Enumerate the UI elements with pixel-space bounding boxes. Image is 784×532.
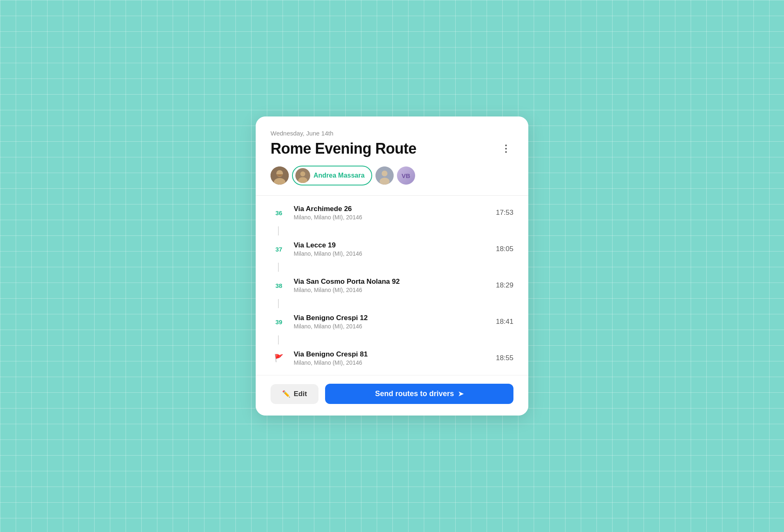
avatar[interactable]: [375, 166, 394, 185]
stop-address: Milano, Milano (MI), 20146: [294, 359, 489, 366]
more-dots-icon: [505, 145, 507, 153]
drivers-row: Andrea Massara VB: [271, 166, 513, 185]
send-arrow-icon: ➤: [458, 390, 463, 398]
avatar: [295, 168, 310, 183]
date-label: Wednesday, June 14th: [271, 130, 513, 137]
driver-avatar-3-icon: [375, 166, 394, 185]
stop-number: 37: [276, 246, 283, 252]
stop-details: Via Benigno Crespi 81 Milano, Milano (MI…: [287, 350, 496, 366]
edit-button[interactable]: ✏️ Edit: [271, 384, 318, 404]
svg-point-4: [300, 171, 305, 176]
route-card: Wednesday, June 14th Rome Evening Route: [256, 116, 528, 416]
stop-indicator: 39: [271, 319, 287, 325]
stop-address: Milano, Milano (MI), 20146: [294, 250, 489, 257]
svg-point-7: [382, 171, 387, 176]
stop-indicator: 38: [271, 283, 287, 289]
stop-address: Milano, Milano (MI), 20146: [294, 323, 489, 330]
list-item: 38 Via San Cosmo Porta Nolana 92 Milano,…: [256, 272, 528, 299]
stop-details: Via Benigno Crespi 12 Milano, Milano (MI…: [287, 314, 496, 330]
stop-number: 38: [276, 283, 283, 289]
send-routes-button[interactable]: Send routes to drivers ➤: [325, 384, 513, 404]
edit-label: Edit: [294, 390, 307, 398]
driver-avatar-1-icon: [271, 166, 289, 185]
card-header: Wednesday, June 14th Rome Evening Route: [256, 116, 528, 195]
active-driver-avatar-icon: [295, 168, 310, 183]
list-item: 39 Via Benigno Crespi 12 Milano, Milano …: [256, 308, 528, 335]
flag-icon: 🚩: [274, 354, 283, 363]
stop-number: 39: [276, 319, 283, 325]
route-list: 36 Via Archimede 26 Milano, Milano (MI),…: [256, 196, 528, 375]
stop-indicator: 37: [271, 246, 287, 252]
send-label: Send routes to drivers: [375, 390, 454, 398]
active-driver-pill[interactable]: Andrea Massara: [292, 166, 372, 185]
title-row: Rome Evening Route: [271, 140, 513, 157]
stop-address: Milano, Milano (MI), 20146: [294, 214, 489, 221]
stop-name: Via Lecce 19: [294, 241, 489, 249]
stop-time: 18:29: [496, 281, 513, 290]
stop-name: Via Archimede 26: [294, 205, 489, 213]
avatar[interactable]: [271, 166, 289, 185]
stop-name: Via Benigno Crespi 12: [294, 314, 489, 322]
stop-details: Via San Cosmo Porta Nolana 92 Milano, Mi…: [287, 278, 496, 293]
list-item: 🚩 Via Benigno Crespi 81 Milano, Milano (…: [256, 344, 528, 372]
stop-time: 17:53: [496, 209, 513, 217]
stop-name: Via San Cosmo Porta Nolana 92: [294, 278, 489, 286]
stop-details: Via Lecce 19 Milano, Milano (MI), 20146: [287, 241, 496, 257]
stop-time: 18:41: [496, 318, 513, 326]
avatar[interactable]: VB: [397, 166, 415, 185]
stop-details: Via Archimede 26 Milano, Milano (MI), 20…: [287, 205, 496, 221]
stop-name: Via Benigno Crespi 81: [294, 350, 489, 359]
stop-indicator: 36: [271, 210, 287, 216]
stop-address: Milano, Milano (MI), 20146: [294, 287, 489, 293]
list-item: 37 Via Lecce 19 Milano, Milano (MI), 201…: [256, 235, 528, 263]
card-footer: ✏️ Edit Send routes to drivers ➤: [256, 375, 528, 416]
pencil-icon: ✏️: [282, 390, 290, 398]
list-item: 36 Via Archimede 26 Milano, Milano (MI),…: [256, 199, 528, 226]
more-options-button[interactable]: [499, 141, 513, 156]
route-title: Rome Evening Route: [271, 140, 416, 157]
vb-initials: VB: [402, 172, 410, 179]
active-driver-name: Andrea Massara: [314, 172, 365, 179]
stop-number: 36: [276, 210, 283, 216]
stop-indicator: 🚩: [271, 354, 287, 363]
stop-time: 18:05: [496, 245, 513, 253]
stop-time: 18:55: [496, 354, 513, 362]
